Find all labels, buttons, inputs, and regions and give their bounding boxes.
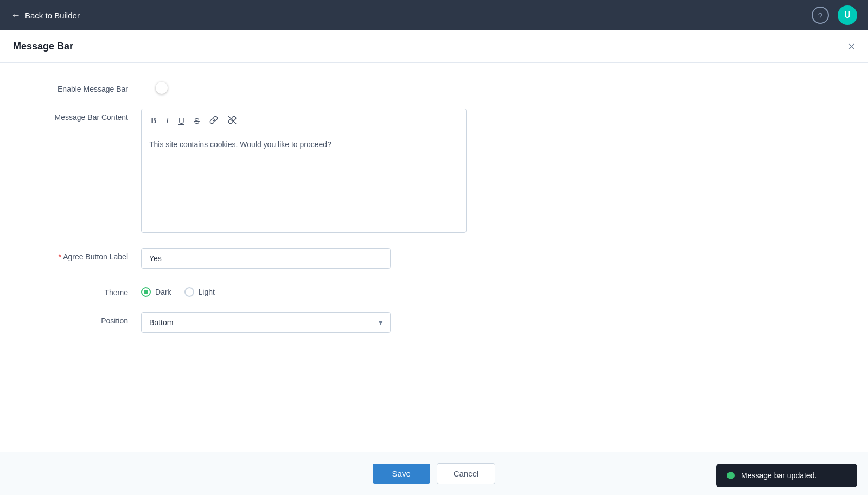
position-label: Position	[22, 312, 141, 325]
dark-label: Dark	[155, 288, 171, 296]
close-icon: ×	[848, 40, 855, 53]
unlink-button[interactable]	[224, 113, 240, 128]
agree-input[interactable]	[141, 248, 391, 269]
toggle-thumb	[156, 82, 168, 94]
toast-dot-icon	[727, 472, 735, 479]
nav-right: ? U	[812, 5, 857, 25]
agree-control	[141, 248, 467, 269]
enable-row: Enable Message Bar	[22, 80, 846, 93]
avatar[interactable]: U	[838, 5, 857, 25]
theme-control: Dark Light	[141, 284, 467, 297]
panel-footer: Save Cancel Message bar updated.	[0, 452, 868, 495]
help-button[interactable]: ?	[812, 7, 829, 24]
theme-radio-group: Dark Light	[141, 284, 467, 297]
help-icon: ?	[818, 11, 822, 20]
position-select-wrapper: Bottom Top ▼	[141, 312, 391, 333]
position-row: Position Bottom Top ▼	[22, 312, 846, 333]
strikethrough-button[interactable]: S	[190, 115, 203, 127]
panel-header: Message Bar ×	[0, 30, 868, 63]
light-radio-circle	[184, 287, 194, 297]
main-content: Message Bar × Enable Message Bar Message…	[0, 30, 868, 495]
content-row: Message Bar Content B I U S	[22, 109, 846, 233]
position-select[interactable]: Bottom Top	[141, 312, 391, 333]
content-control: B I U S This site contains cookies. Woul…	[141, 109, 467, 233]
editor-toolbar: B I U S	[142, 109, 466, 132]
underline-button[interactable]: U	[175, 115, 188, 127]
toast-notification: Message bar updated.	[716, 464, 857, 487]
theme-dark-option[interactable]: Dark	[141, 287, 171, 297]
theme-light-option[interactable]: Light	[184, 287, 215, 297]
agree-row: Agree Button Label	[22, 248, 846, 269]
agree-label: Agree Button Label	[22, 248, 141, 261]
bold-button[interactable]: B	[147, 115, 160, 127]
content-label: Message Bar Content	[22, 109, 141, 122]
back-to-builder-button[interactable]: ← Back to Builder	[11, 10, 80, 21]
back-button-label: Back to Builder	[25, 11, 80, 20]
arrow-left-icon: ←	[11, 10, 21, 21]
dark-radio-circle	[141, 287, 151, 297]
form-body: Enable Message Bar Message Bar Content B…	[0, 63, 868, 452]
light-label: Light	[199, 288, 215, 296]
toast-message: Message bar updated.	[741, 471, 816, 480]
content-textarea[interactable]: This site contains cookies. Would you li…	[142, 132, 466, 230]
cancel-button[interactable]: Cancel	[437, 463, 496, 484]
save-button[interactable]: Save	[373, 464, 430, 484]
top-nav: ← Back to Builder ? U	[0, 0, 868, 30]
theme-row: Theme Dark Light	[22, 284, 846, 297]
enable-label: Enable Message Bar	[22, 80, 141, 93]
theme-label: Theme	[22, 284, 141, 297]
editor-wrapper: B I U S This site contains cookies. Woul…	[141, 109, 467, 233]
italic-button[interactable]: I	[162, 115, 173, 127]
link-button[interactable]	[206, 113, 222, 128]
position-control: Bottom Top ▼	[141, 312, 467, 333]
panel-title: Message Bar	[13, 41, 73, 52]
close-button[interactable]: ×	[848, 41, 855, 53]
